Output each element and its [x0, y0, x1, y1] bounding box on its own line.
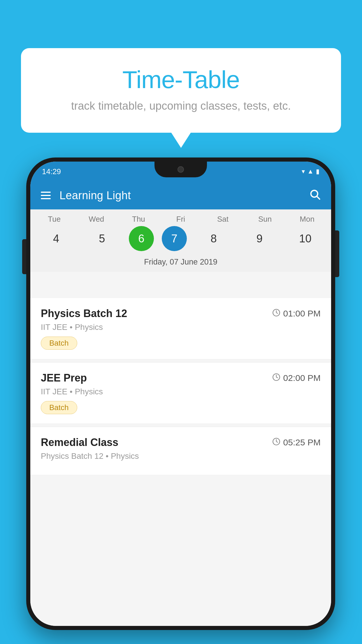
tooltip-title: Time-Table	[44, 66, 318, 94]
days-row: Tue Wed Thu Fri Sat Sun Mon	[30, 209, 331, 225]
status-time: 14:29	[42, 167, 61, 176]
day-wed: Wed	[78, 215, 115, 224]
status-icons: ▾ ▲ ▮	[302, 168, 319, 175]
tooltip-subtitle: track timetable, upcoming classes, tests…	[44, 100, 318, 112]
clock-icon-3	[272, 438, 280, 448]
calendar-strip: Tue Wed Thu Fri Sat Sun Mon 4 5 6 7 8 9 …	[30, 209, 331, 272]
app-title: Learning Light	[59, 189, 300, 202]
day-mon: Mon	[288, 215, 326, 224]
batch-badge-1: Batch	[41, 337, 77, 350]
tooltip-card: Time-Table track timetable, upcoming cla…	[21, 48, 341, 133]
event-card-2[interactable]: JEE Prep 02:00 PM IIT JEE • Physics	[30, 363, 331, 424]
date-4[interactable]: 4	[37, 226, 75, 251]
event-time-1: 01:00 PM	[272, 309, 321, 319]
day-thu: Thu	[120, 215, 157, 224]
event-time-2: 02:00 PM	[272, 373, 321, 383]
camera	[178, 166, 184, 173]
battery-icon: ▮	[316, 168, 319, 175]
clock-icon-1	[272, 309, 280, 319]
date-7-selected[interactable]: 7	[162, 226, 187, 251]
event-header-3: Remedial Class 05:25 PM	[41, 436, 321, 449]
event-time-3: 05:25 PM	[272, 438, 321, 448]
events-list: Physics Batch 12 01:00 PM IIT JEE • P	[30, 298, 331, 626]
day-fri: Fri	[162, 215, 200, 224]
event-header-1: Physics Batch 12 01:00 PM	[41, 307, 321, 320]
day-sat: Sat	[204, 215, 242, 224]
event-name-2: JEE Prep	[41, 372, 87, 384]
event-time-text-3: 05:25 PM	[283, 438, 321, 447]
phone-outer: 14:29 ▾ ▲ ▮ Learning Light	[26, 158, 335, 630]
event-name-1: Physics Batch 12	[41, 307, 127, 320]
event-card-1[interactable]: Physics Batch 12 01:00 PM IIT JEE • P	[30, 298, 331, 359]
day-tue: Tue	[35, 215, 73, 224]
event-category-2: IIT JEE • Physics	[41, 387, 321, 396]
date-10[interactable]: 10	[286, 226, 324, 251]
signal-icon: ▲	[307, 168, 314, 175]
phone-mockup: 14:29 ▾ ▲ ▮ Learning Light	[26, 158, 335, 630]
menu-button[interactable]	[41, 192, 51, 199]
event-category-3: Physics Batch 12 • Physics	[41, 452, 321, 461]
search-button[interactable]	[309, 188, 321, 203]
date-6-today[interactable]: 6	[129, 226, 154, 251]
event-name-3: Remedial Class	[41, 436, 118, 449]
day-sun: Sun	[246, 215, 284, 224]
wifi-icon: ▾	[302, 168, 305, 175]
event-category-1: IIT JEE • Physics	[41, 323, 321, 332]
app-bar: Learning Light	[30, 181, 331, 209]
notch	[154, 162, 207, 177]
event-time-text-2: 02:00 PM	[283, 373, 321, 383]
event-card-3[interactable]: Remedial Class 05:25 PM Physics Batch	[30, 427, 331, 475]
selected-date-label: Friday, 07 June 2019	[30, 255, 331, 272]
svg-line-1	[317, 196, 320, 199]
status-bar: 14:29 ▾ ▲ ▮	[30, 162, 331, 181]
phone-screen: 14:29 ▾ ▲ ▮ Learning Light	[30, 162, 331, 626]
dates-row: 4 5 6 7 8 9 10	[30, 225, 331, 255]
date-5[interactable]: 5	[83, 226, 121, 251]
date-9[interactable]: 9	[240, 226, 278, 251]
date-8[interactable]: 8	[195, 226, 233, 251]
clock-icon-2	[272, 373, 280, 383]
event-time-text-1: 01:00 PM	[283, 309, 321, 318]
batch-badge-2: Batch	[41, 401, 77, 414]
event-header-2: JEE Prep 02:00 PM	[41, 372, 321, 384]
